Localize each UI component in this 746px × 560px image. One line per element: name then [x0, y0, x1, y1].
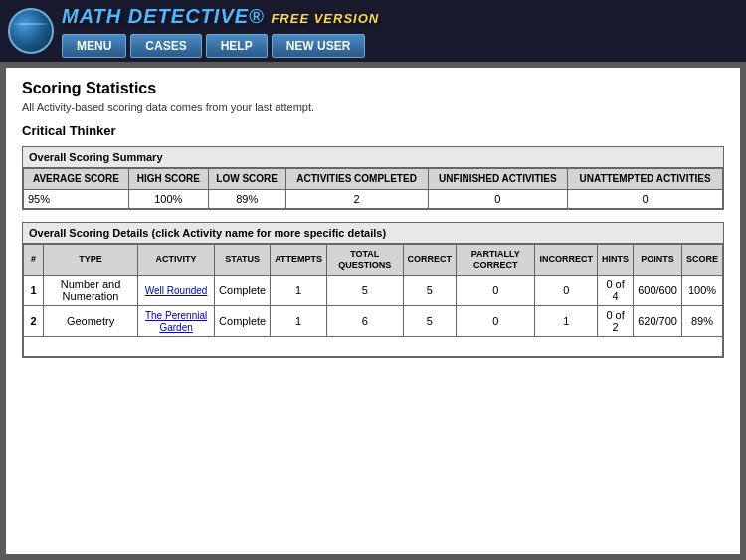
- row2-status: Complete: [215, 305, 271, 336]
- row1-incorrect: 0: [535, 275, 598, 305]
- globe-logo: [8, 8, 54, 54]
- col-num: #: [24, 245, 44, 276]
- app-title-main: MATH DETECTIVE: [62, 5, 249, 27]
- row2-num: 2: [24, 305, 44, 336]
- val-low-score: 89%: [208, 190, 285, 209]
- row1-num: 1: [24, 275, 44, 305]
- table-row: 2 Geometry The Perennial Garden Complete…: [24, 305, 723, 336]
- col-incorrect: INCORRECT: [535, 245, 598, 276]
- details-table-heading: Overall Scoring Details (click Activity …: [23, 223, 723, 244]
- empty-row: [24, 336, 723, 356]
- row1-total-questions: 5: [327, 275, 403, 305]
- col-activity: ACTIVITY: [138, 245, 215, 276]
- col-total-questions: TOTAL QUESTIONS: [327, 245, 403, 276]
- help-button[interactable]: HELP: [206, 34, 268, 58]
- row1-points: 600/600: [634, 275, 682, 305]
- row1-status: Complete: [215, 275, 271, 305]
- trademark: ®: [249, 5, 265, 27]
- cases-button[interactable]: CASES: [130, 34, 201, 58]
- page-title: Scoring Statistics: [22, 80, 724, 97]
- row1-correct: 5: [403, 275, 457, 305]
- col-activities-completed: ACTIVITIES COMPLETED: [285, 169, 428, 190]
- val-high-score: 100%: [128, 190, 208, 209]
- row2-attempts: 1: [271, 305, 327, 336]
- row1-score: 100%: [681, 275, 722, 305]
- row2-activity-link[interactable]: The Perennial Garden: [145, 310, 207, 333]
- details-table: # TYPE ACTIVITY STATUS ATTEMPTS TOTAL QU…: [23, 244, 723, 357]
- row1-activity[interactable]: Well Rounded: [138, 275, 215, 305]
- row1-hints: 0 of 4: [597, 275, 633, 305]
- row2-total-questions: 6: [327, 305, 403, 336]
- app-title: MATH DETECTIVE® FREE VERSION: [62, 5, 379, 28]
- row2-score: 89%: [681, 305, 722, 336]
- col-avg-score: AVERAGE SCORE: [24, 169, 129, 190]
- col-high-score: HIGH SCORE: [128, 169, 208, 190]
- logo-text: MATH DETECTIVE® FREE VERSION: [62, 5, 379, 28]
- row2-incorrect: 1: [535, 305, 598, 336]
- col-partially-correct: PARTIALLY CORRECT: [457, 245, 535, 276]
- val-avg-score: 95%: [24, 190, 129, 209]
- row1-type: Number and Numeration: [44, 275, 138, 305]
- header-nav: MATH DETECTIVE® FREE VERSION MENU CASES …: [62, 5, 379, 58]
- new-user-button[interactable]: NEW USER: [272, 34, 366, 58]
- row1-attempts: 1: [271, 275, 327, 305]
- row2-correct: 5: [403, 305, 457, 336]
- nav-buttons: MENU CASES HELP NEW USER: [62, 34, 379, 58]
- main-content: Scoring Statistics All Activity-based sc…: [6, 68, 740, 554]
- col-low-score: LOW SCORE: [208, 169, 285, 190]
- col-points: POINTS: [634, 245, 682, 276]
- summary-row: 95% 100% 89% 2 0 0: [24, 190, 723, 209]
- col-correct: CORRECT: [403, 245, 457, 276]
- val-unfinished: 0: [428, 190, 568, 209]
- val-unattempted: 0: [568, 190, 723, 209]
- logo-area: MATH DETECTIVE® FREE VERSION MENU CASES …: [8, 5, 379, 58]
- val-activities-completed: 2: [285, 190, 428, 209]
- row1-activity-link[interactable]: Well Rounded: [145, 285, 208, 296]
- col-type: TYPE: [44, 245, 138, 276]
- row2-hints: 0 of 2: [597, 305, 633, 336]
- row2-points: 620/700: [634, 305, 682, 336]
- col-unfinished: UNFINISHED ACTIVITIES: [428, 169, 568, 190]
- col-attempts: ATTEMPTS: [271, 245, 327, 276]
- summary-table-container: Overall Scoring Summary AVERAGE SCORE HI…: [22, 146, 724, 210]
- summary-table-heading: Overall Scoring Summary: [23, 147, 723, 168]
- col-score: SCORE: [681, 245, 722, 276]
- page-subtitle: All Activity-based scoring data comes fr…: [22, 101, 724, 113]
- row1-partially-correct: 0: [457, 275, 535, 305]
- free-version-label: FREE VERSION: [271, 11, 379, 26]
- app-header: MATH DETECTIVE® FREE VERSION MENU CASES …: [0, 0, 746, 62]
- summary-table: AVERAGE SCORE HIGH SCORE LOW SCORE ACTIV…: [23, 168, 723, 209]
- row2-type: Geometry: [44, 305, 138, 336]
- empty-cell: [24, 336, 723, 356]
- row2-partially-correct: 0: [457, 305, 535, 336]
- col-unattempted: UNATTEMPTED ACTIVITIES: [568, 169, 723, 190]
- col-hints: HINTS: [597, 245, 633, 276]
- menu-button[interactable]: MENU: [62, 34, 126, 58]
- table-row: 1 Number and Numeration Well Rounded Com…: [24, 275, 723, 305]
- user-name: Critical Thinker: [22, 123, 724, 138]
- details-table-container: Overall Scoring Details (click Activity …: [22, 222, 724, 358]
- col-status: STATUS: [215, 245, 271, 276]
- row2-activity[interactable]: The Perennial Garden: [138, 305, 215, 336]
